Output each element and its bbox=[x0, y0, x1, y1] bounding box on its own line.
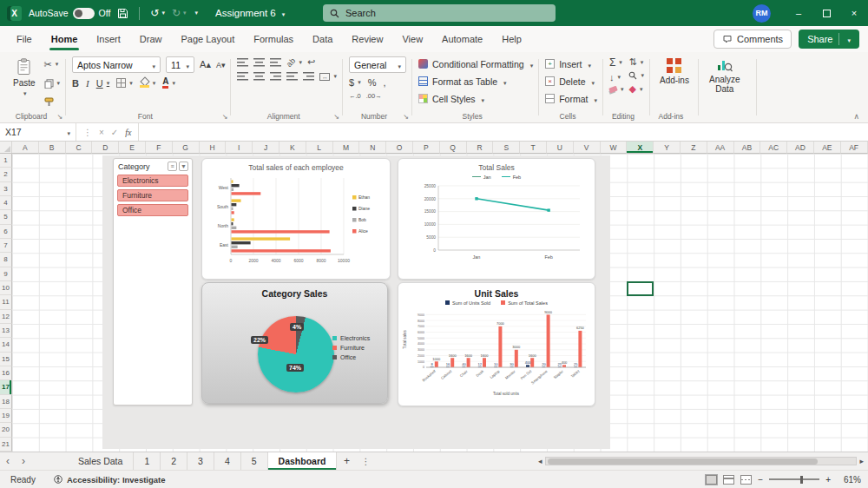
column-header-R[interactable]: R bbox=[467, 142, 494, 154]
row-header-16[interactable]: 16 bbox=[0, 366, 12, 380]
comma-style-button[interactable]: , bbox=[383, 77, 385, 88]
underline-button[interactable]: U bbox=[96, 78, 109, 89]
decrease-decimal-button[interactable] bbox=[366, 92, 382, 100]
number-format-select[interactable]: General bbox=[349, 56, 406, 73]
italic-button[interactable]: I bbox=[86, 78, 89, 89]
autosave-switch[interactable] bbox=[73, 8, 95, 19]
quick-access-menu-button[interactable] bbox=[194, 10, 199, 16]
font-dialog-launcher[interactable] bbox=[222, 113, 228, 121]
wrap-text-button[interactable] bbox=[307, 56, 315, 68]
row-header-18[interactable]: 18 bbox=[0, 395, 12, 409]
cell-styles-button[interactable]: Cell Styles bbox=[418, 91, 533, 106]
menu-tab-help[interactable]: Help bbox=[492, 26, 531, 52]
grow-font-button[interactable]: A▴ bbox=[200, 59, 211, 70]
column-header-X[interactable]: X bbox=[627, 142, 654, 154]
slicer-item-electronics[interactable]: Electronics bbox=[117, 175, 188, 187]
align-center-button[interactable] bbox=[253, 72, 265, 81]
column-header-J[interactable]: J bbox=[253, 142, 279, 154]
menu-tab-data[interactable]: Data bbox=[303, 26, 342, 52]
total-sales-chart[interactable]: Total Sales JanFeb 050001000015000200002… bbox=[398, 158, 595, 280]
column-header-AC[interactable]: AC bbox=[760, 142, 787, 154]
column-header-V[interactable]: V bbox=[574, 142, 601, 154]
row-header-6[interactable]: 6 bbox=[0, 225, 12, 239]
format-painter-button[interactable] bbox=[44, 97, 61, 107]
clear-button[interactable] bbox=[609, 86, 624, 93]
zoom-out-button[interactable]: − bbox=[758, 475, 763, 485]
increase-indent-button[interactable] bbox=[303, 72, 314, 81]
sheet-grid[interactable]: Category ≡ ▼ ElectronicsFurnitureOffice … bbox=[12, 154, 868, 452]
column-header-E[interactable]: E bbox=[119, 142, 146, 154]
unit-sales-chart[interactable]: Unit Sales Sum of Units SoldSum of Total… bbox=[398, 282, 595, 406]
format-as-table-button[interactable]: Format as Table bbox=[418, 74, 533, 89]
cancel-entry-button[interactable] bbox=[99, 128, 104, 137]
column-header-Y[interactable]: Y bbox=[654, 142, 681, 154]
sheet-tab-dashboard[interactable]: Dashboard bbox=[268, 452, 338, 470]
clipboard-dialog-launcher[interactable] bbox=[56, 113, 62, 121]
slicer-item-furniture[interactable]: Furniture bbox=[117, 189, 188, 201]
scroll-right-button[interactable] bbox=[859, 457, 864, 465]
collapse-ribbon-button[interactable] bbox=[853, 112, 859, 121]
column-header-L[interactable]: L bbox=[306, 142, 333, 154]
column-header-B[interactable]: B bbox=[39, 142, 66, 154]
row-header-1[interactable]: 1 bbox=[0, 154, 12, 168]
column-header-G[interactable]: G bbox=[173, 142, 200, 154]
search-input[interactable]: Search bbox=[323, 4, 556, 22]
view-page-break-button[interactable] bbox=[740, 475, 752, 485]
sheet-tab-sales-data[interactable]: Sales Data bbox=[68, 452, 134, 470]
column-header-H[interactable]: H bbox=[200, 142, 227, 154]
fill-color-button[interactable] bbox=[140, 78, 156, 88]
conditional-formatting-button[interactable]: Conditional Formatting bbox=[418, 56, 533, 71]
orientation-button[interactable]: ab bbox=[286, 58, 302, 67]
sheet-tab-4[interactable]: 4 bbox=[214, 452, 241, 470]
sheet-tab-1[interactable]: 1 bbox=[134, 452, 161, 470]
fill-button[interactable] bbox=[609, 72, 624, 82]
scrollbar-thumb[interactable] bbox=[548, 458, 818, 465]
autosum-button[interactable]: Σ bbox=[609, 56, 624, 69]
row-header-7[interactable]: 7 bbox=[0, 239, 12, 253]
row-header-10[interactable]: 10 bbox=[0, 281, 12, 295]
prev-sheet-button[interactable] bbox=[0, 452, 16, 470]
addins-button[interactable]: Add-ins bbox=[656, 56, 693, 109]
column-header-U[interactable]: U bbox=[547, 142, 574, 154]
row-header-5[interactable]: 5 bbox=[0, 210, 12, 224]
align-bottom-button[interactable] bbox=[270, 58, 281, 67]
name-box[interactable]: X17 bbox=[0, 123, 76, 141]
row-header-14[interactable]: 14 bbox=[0, 338, 12, 352]
merge-center-button[interactable]: ↔ bbox=[319, 73, 337, 81]
font-size-select[interactable]: 11 bbox=[166, 56, 194, 73]
column-header-K[interactable]: K bbox=[279, 142, 306, 154]
view-page-layout-button[interactable] bbox=[723, 475, 734, 485]
decrease-indent-button[interactable] bbox=[286, 72, 298, 81]
borders-button[interactable] bbox=[116, 78, 133, 88]
column-header-AE[interactable]: AE bbox=[814, 142, 841, 154]
column-header-AF[interactable]: AF bbox=[841, 142, 868, 154]
insert-function-button[interactable]: fx bbox=[125, 128, 131, 137]
sensitivity-button[interactable] bbox=[628, 83, 644, 95]
formula-bar-handle[interactable] bbox=[83, 128, 92, 137]
analyze-data-button[interactable]: Analyze Data bbox=[705, 56, 745, 109]
view-normal-button[interactable] bbox=[706, 475, 717, 485]
column-header-AB[interactable]: AB bbox=[734, 142, 761, 154]
document-title[interactable]: Assignment 6 bbox=[215, 8, 285, 18]
close-button[interactable] bbox=[840, 0, 868, 26]
share-button[interactable]: Share bbox=[799, 30, 859, 49]
row-header-15[interactable]: 15 bbox=[0, 353, 12, 366]
copy-button[interactable] bbox=[44, 79, 61, 89]
row-header-13[interactable]: 13 bbox=[0, 324, 12, 338]
percent-style-button[interactable]: % bbox=[368, 77, 377, 88]
find-select-button[interactable] bbox=[628, 71, 644, 80]
autosave-toggle[interactable]: AutoSave Off bbox=[29, 8, 110, 19]
sort-filter-button[interactable] bbox=[628, 56, 644, 68]
column-header-Q[interactable]: Q bbox=[440, 142, 467, 154]
zoom-level[interactable]: 61% bbox=[837, 475, 861, 485]
row-header-3[interactable]: 3 bbox=[0, 182, 12, 196]
format-cells-button[interactable]: Format bbox=[545, 91, 597, 106]
row-header-12[interactable]: 12 bbox=[0, 310, 12, 324]
align-top-button[interactable] bbox=[237, 58, 248, 67]
cut-button[interactable] bbox=[44, 59, 61, 70]
row-header-11[interactable]: 11 bbox=[0, 295, 12, 309]
column-header-I[interactable]: I bbox=[226, 142, 253, 154]
sheet-tab-3[interactable]: 3 bbox=[187, 452, 214, 470]
menu-tab-page-layout[interactable]: Page Layout bbox=[171, 26, 244, 52]
select-all-corner[interactable] bbox=[0, 142, 12, 154]
